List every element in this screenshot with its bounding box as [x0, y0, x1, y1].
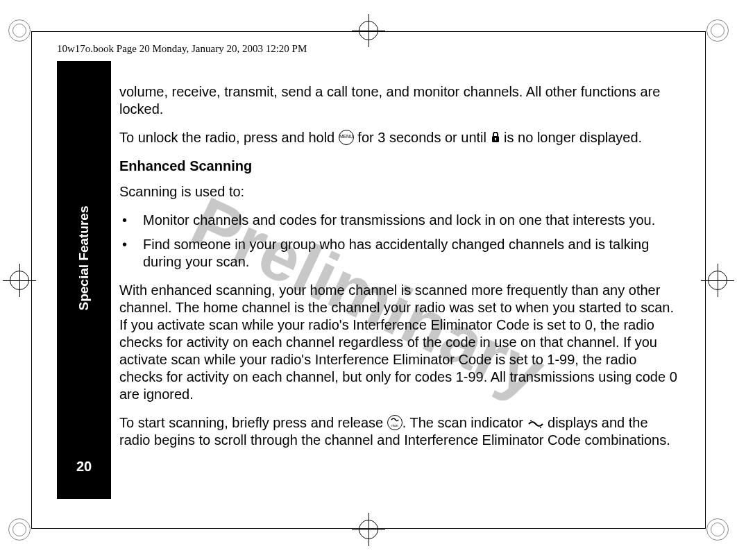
text-span: is no longer displayed.: [500, 130, 643, 145]
svg-point-4: [540, 427, 541, 428]
page-number: 20: [57, 459, 111, 475]
text-span: . The scan indicator: [403, 415, 527, 430]
trim-line-right: [705, 31, 706, 529]
bullet-list: Monitor channels and codes for transmiss…: [119, 212, 681, 271]
crop-mark-bottom-right: [706, 518, 729, 541]
trim-line-top: [31, 31, 706, 32]
registration-mark-top: [357, 19, 380, 42]
list-item: Monitor channels and codes for transmiss…: [119, 212, 681, 229]
paragraph-5: To start scanning, briefly press and rel…: [119, 414, 681, 449]
sidebar-title: Special Features: [76, 205, 92, 310]
scan-indicator-icon: [527, 418, 544, 428]
paragraph-4: With enhanced scanning, your home channe…: [119, 282, 681, 403]
text-span: To unlock the radio, press and hold: [119, 130, 339, 145]
text-span: for 3 seconds or until: [354, 130, 491, 145]
registration-mark-left: [8, 269, 31, 291]
trim-line-left: [31, 31, 32, 529]
text-span: To start scanning, briefly press and rel…: [119, 415, 387, 430]
crop-mark-top-right: [706, 19, 729, 42]
svg-point-3: [530, 420, 532, 421]
sidebar: Special Features 20: [57, 61, 111, 499]
svg-rect-2: [495, 139, 495, 141]
page: 10w17o.book Page 20 Monday, January 20, …: [0, 0, 737, 560]
menu-button-icon: MENU: [339, 130, 354, 145]
running-head: 10w17o.book Page 20 Monday, January 20, …: [57, 43, 307, 55]
content: volume, receive, transmit, send a call t…: [119, 83, 681, 460]
registration-mark-right: [706, 269, 729, 291]
mon-button-icon: mon: [387, 415, 403, 430]
crop-mark-top-left: [8, 19, 31, 42]
paragraph-3: Scanning is used to:: [119, 183, 681, 201]
lock-icon: [491, 132, 500, 143]
list-item: Find someone in your group who has accid…: [119, 236, 681, 271]
section-heading: Enhanced Scanning: [119, 158, 681, 175]
crop-mark-bottom-left: [8, 518, 31, 541]
paragraph-1: volume, receive, transmit, send a call t…: [119, 83, 681, 118]
trim-line-bottom: [31, 528, 706, 529]
registration-mark-bottom: [357, 518, 380, 541]
paragraph-2: To unlock the radio, press and hold MENU…: [119, 129, 681, 146]
